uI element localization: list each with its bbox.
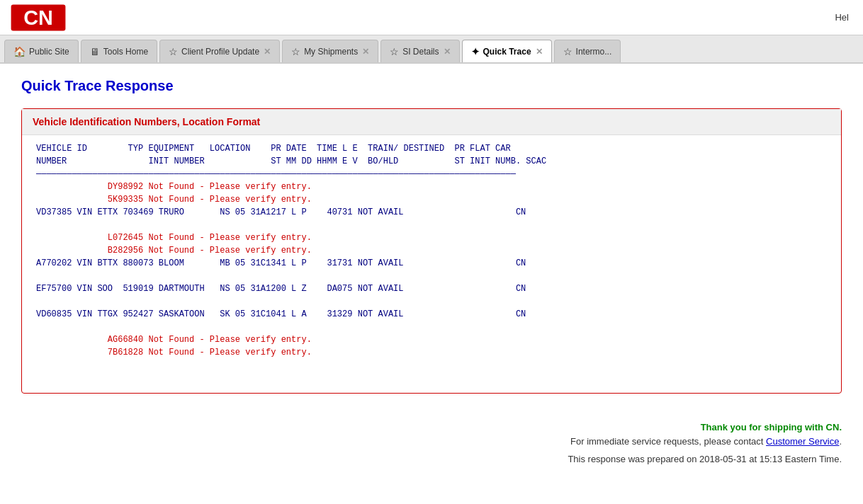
star-icon: ✦ <box>471 46 480 57</box>
cn-logo: CN <box>10 4 67 32</box>
star-icon: ☆ <box>563 46 572 57</box>
result-box-header: Vehicle Identification Numbers, Location… <box>22 109 841 135</box>
footer: Thank you for shipping with CN. For imme… <box>0 408 863 479</box>
page-title: Quick Trace Response <box>21 78 842 94</box>
result-box-title: Vehicle Identification Numbers, Location… <box>33 116 260 127</box>
tab-public-site[interactable]: 🏠 Public Site <box>4 40 79 62</box>
main-content: Quick Trace Response Vehicle Identificat… <box>0 64 863 408</box>
tab-label: SI Details <box>402 47 439 57</box>
tab-close-icon[interactable]: ✕ <box>444 47 451 57</box>
tab-label: Intermo... <box>576 47 612 57</box>
logo-container: CN <box>7 1 69 35</box>
footer-thanks: Thank you for shipping with CN. <box>21 422 842 433</box>
tab-tools-home[interactable]: 🖥 Tools Home <box>81 40 157 62</box>
star-icon: ☆ <box>291 46 300 57</box>
tab-label: Public Site <box>29 47 69 57</box>
footer-timestamp: This response was prepared on 2018-05-31… <box>21 454 842 464</box>
tab-label: Tools Home <box>103 47 148 57</box>
tabs-bar: 🏠 Public Site 🖥 Tools Home ☆ Client Prof… <box>0 35 863 64</box>
monitor-icon: 🖥 <box>90 46 100 57</box>
tab-label: Quick Trace <box>483 47 531 57</box>
footer-service: For immediate service requests, please c… <box>21 436 842 447</box>
tab-label: My Shipments <box>304 47 358 57</box>
tab-close-icon[interactable]: ✕ <box>362 47 369 57</box>
star-icon: ☆ <box>169 46 178 57</box>
result-box: Vehicle Identification Numbers, Location… <box>21 108 842 394</box>
tab-close-icon[interactable]: ✕ <box>536 47 543 57</box>
tab-quick-trace[interactable]: ✦ Quick Trace ✕ <box>462 40 552 62</box>
tab-si-details[interactable]: ☆ SI Details ✕ <box>380 40 459 62</box>
footer-service-text: For immediate service requests, please c… <box>570 436 763 447</box>
tab-label: Client Profile Update <box>181 47 259 57</box>
svg-text:CN: CN <box>23 6 53 28</box>
header: CN Hel <box>0 0 863 35</box>
home-icon: 🏠 <box>13 46 26 57</box>
customer-service-link[interactable]: Customer Service <box>766 436 839 447</box>
star-icon: ☆ <box>390 46 399 57</box>
tab-client-profile[interactable]: ☆ Client Profile Update ✕ <box>159 40 280 62</box>
data-block: VEHICLE ID TYP EQUIPMENT LOCATION PR DAT… <box>22 135 841 379</box>
tab-intermo[interactable]: ☆ Intermo... <box>554 40 621 62</box>
tab-my-shipments[interactable]: ☆ My Shipments ✕ <box>282 40 378 62</box>
header-help: Hel <box>835 12 856 23</box>
tab-close-icon[interactable]: ✕ <box>264 47 271 57</box>
